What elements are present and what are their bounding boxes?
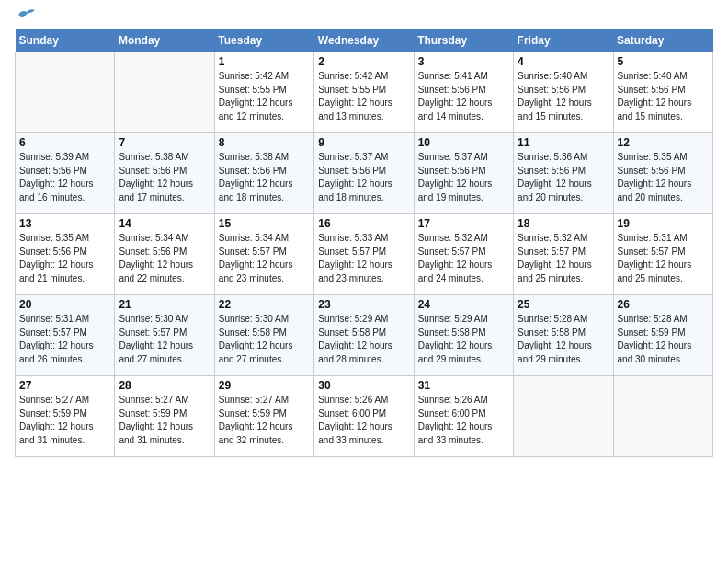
- calendar-cell: [115, 52, 214, 133]
- day-number: 16: [318, 217, 409, 230]
- day-number: 18: [518, 217, 609, 230]
- calendar-cell: 7 Sunrise: 5:38 AMSunset: 5:56 PMDayligh…: [115, 133, 214, 214]
- day-number: 1: [219, 55, 310, 68]
- weekday-header-friday: Friday: [514, 29, 613, 52]
- day-number: 6: [19, 136, 110, 149]
- calendar-cell: 30 Sunrise: 5:26 AMSunset: 6:00 PMDaylig…: [314, 376, 414, 457]
- day-number: 8: [219, 136, 310, 149]
- calendar-cell: 14 Sunrise: 5:34 AMSunset: 5:56 PMDaylig…: [115, 214, 214, 295]
- calendar-cell: 19 Sunrise: 5:31 AMSunset: 5:57 PMDaylig…: [613, 214, 712, 295]
- day-info: Sunrise: 5:38 AMSunset: 5:56 PMDaylight:…: [219, 151, 310, 204]
- calendar-cell: 27 Sunrise: 5:27 AMSunset: 5:59 PMDaylig…: [16, 376, 115, 457]
- day-number: 31: [418, 379, 509, 392]
- day-info: Sunrise: 5:27 AMSunset: 5:59 PMDaylight:…: [19, 394, 110, 447]
- day-number: 4: [518, 55, 609, 68]
- day-number: 12: [618, 136, 709, 149]
- calendar-week-row: 27 Sunrise: 5:27 AMSunset: 5:59 PMDaylig…: [16, 376, 713, 457]
- calendar-week-row: 6 Sunrise: 5:39 AMSunset: 5:56 PMDayligh…: [16, 133, 713, 214]
- day-info: Sunrise: 5:31 AMSunset: 5:57 PMDaylight:…: [19, 313, 110, 366]
- day-info: Sunrise: 5:26 AMSunset: 6:00 PMDaylight:…: [418, 394, 509, 447]
- day-info: Sunrise: 5:37 AMSunset: 5:56 PMDaylight:…: [318, 151, 409, 204]
- day-number: 22: [219, 298, 310, 311]
- logo-bird-icon: [17, 7, 37, 22]
- day-info: Sunrise: 5:27 AMSunset: 5:59 PMDaylight:…: [119, 394, 210, 447]
- weekday-header-monday: Monday: [115, 29, 214, 52]
- day-number: 15: [219, 217, 310, 230]
- day-info: Sunrise: 5:32 AMSunset: 5:57 PMDaylight:…: [518, 232, 609, 285]
- day-info: Sunrise: 5:34 AMSunset: 5:57 PMDaylight:…: [219, 232, 310, 285]
- weekday-header-saturday: Saturday: [613, 29, 712, 52]
- calendar-cell: 4 Sunrise: 5:40 AMSunset: 5:56 PMDayligh…: [514, 52, 613, 133]
- calendar-cell: 20 Sunrise: 5:31 AMSunset: 5:57 PMDaylig…: [16, 295, 115, 376]
- calendar-cell: 11 Sunrise: 5:36 AMSunset: 5:56 PMDaylig…: [514, 133, 613, 214]
- day-info: Sunrise: 5:40 AMSunset: 5:56 PMDaylight:…: [618, 70, 709, 123]
- day-info: Sunrise: 5:40 AMSunset: 5:56 PMDaylight:…: [518, 70, 609, 123]
- day-info: Sunrise: 5:27 AMSunset: 5:59 PMDaylight:…: [219, 394, 310, 447]
- weekday-header-tuesday: Tuesday: [214, 29, 313, 52]
- calendar-cell: [16, 52, 115, 133]
- calendar-cell: [613, 376, 712, 457]
- day-info: Sunrise: 5:41 AMSunset: 5:56 PMDaylight:…: [418, 70, 509, 123]
- day-info: Sunrise: 5:36 AMSunset: 5:56 PMDaylight:…: [518, 151, 609, 204]
- day-number: 21: [119, 298, 210, 311]
- calendar-cell: 3 Sunrise: 5:41 AMSunset: 5:56 PMDayligh…: [414, 52, 513, 133]
- day-info: Sunrise: 5:42 AMSunset: 5:55 PMDaylight:…: [219, 70, 310, 123]
- calendar-cell: 28 Sunrise: 5:27 AMSunset: 5:59 PMDaylig…: [115, 376, 214, 457]
- calendar-cell: 5 Sunrise: 5:40 AMSunset: 5:56 PMDayligh…: [613, 52, 712, 133]
- day-info: Sunrise: 5:35 AMSunset: 5:56 PMDaylight:…: [19, 232, 110, 285]
- calendar-cell: 10 Sunrise: 5:37 AMSunset: 5:56 PMDaylig…: [414, 133, 513, 214]
- day-info: Sunrise: 5:38 AMSunset: 5:56 PMDaylight:…: [119, 151, 210, 204]
- day-number: 7: [119, 136, 210, 149]
- calendar-cell: 15 Sunrise: 5:34 AMSunset: 5:57 PMDaylig…: [214, 214, 313, 295]
- day-number: 2: [318, 55, 409, 68]
- calendar-cell: 6 Sunrise: 5:39 AMSunset: 5:56 PMDayligh…: [16, 133, 115, 214]
- day-info: Sunrise: 5:29 AMSunset: 5:58 PMDaylight:…: [418, 313, 509, 366]
- day-number: 9: [318, 136, 409, 149]
- day-info: Sunrise: 5:32 AMSunset: 5:57 PMDaylight:…: [418, 232, 509, 285]
- calendar-cell: 26 Sunrise: 5:28 AMSunset: 5:59 PMDaylig…: [613, 295, 712, 376]
- calendar-cell: 17 Sunrise: 5:32 AMSunset: 5:57 PMDaylig…: [414, 214, 513, 295]
- calendar-cell: 21 Sunrise: 5:30 AMSunset: 5:57 PMDaylig…: [115, 295, 214, 376]
- day-info: Sunrise: 5:37 AMSunset: 5:56 PMDaylight:…: [418, 151, 509, 204]
- day-number: 23: [318, 298, 409, 311]
- calendar-week-row: 13 Sunrise: 5:35 AMSunset: 5:56 PMDaylig…: [16, 214, 713, 295]
- day-number: 25: [518, 298, 609, 311]
- calendar-cell: 18 Sunrise: 5:32 AMSunset: 5:57 PMDaylig…: [514, 214, 613, 295]
- day-number: 28: [119, 379, 210, 392]
- day-info: Sunrise: 5:28 AMSunset: 5:58 PMDaylight:…: [518, 313, 609, 366]
- calendar-cell: 9 Sunrise: 5:37 AMSunset: 5:56 PMDayligh…: [314, 133, 414, 214]
- day-number: 3: [418, 55, 509, 68]
- day-number: 5: [618, 55, 709, 68]
- calendar-cell: 23 Sunrise: 5:29 AMSunset: 5:58 PMDaylig…: [314, 295, 414, 376]
- day-number: 27: [19, 379, 110, 392]
- day-info: Sunrise: 5:31 AMSunset: 5:57 PMDaylight:…: [618, 232, 709, 285]
- day-number: 29: [219, 379, 310, 392]
- day-number: 10: [418, 136, 509, 149]
- day-number: 30: [318, 379, 409, 392]
- calendar-cell: 8 Sunrise: 5:38 AMSunset: 5:56 PMDayligh…: [214, 133, 313, 214]
- weekday-header-sunday: Sunday: [16, 29, 115, 52]
- day-number: 14: [119, 217, 210, 230]
- calendar-cell: 2 Sunrise: 5:42 AMSunset: 5:55 PMDayligh…: [314, 52, 414, 133]
- calendar-cell: 16 Sunrise: 5:33 AMSunset: 5:57 PMDaylig…: [314, 214, 414, 295]
- day-info: Sunrise: 5:26 AMSunset: 6:00 PMDaylight:…: [318, 394, 409, 447]
- logo: [15, 15, 37, 22]
- weekday-header-wednesday: Wednesday: [314, 29, 414, 52]
- page-header: [15, 15, 713, 22]
- weekday-header-thursday: Thursday: [414, 29, 513, 52]
- calendar-cell: 1 Sunrise: 5:42 AMSunset: 5:55 PMDayligh…: [214, 52, 313, 133]
- day-number: 20: [19, 298, 110, 311]
- day-info: Sunrise: 5:35 AMSunset: 5:56 PMDaylight:…: [618, 151, 709, 204]
- day-number: 11: [518, 136, 609, 149]
- day-number: 13: [19, 217, 110, 230]
- calendar-cell: 29 Sunrise: 5:27 AMSunset: 5:59 PMDaylig…: [214, 376, 313, 457]
- calendar-cell: 13 Sunrise: 5:35 AMSunset: 5:56 PMDaylig…: [16, 214, 115, 295]
- calendar-cell: 12 Sunrise: 5:35 AMSunset: 5:56 PMDaylig…: [613, 133, 712, 214]
- calendar-cell: 22 Sunrise: 5:30 AMSunset: 5:58 PMDaylig…: [214, 295, 313, 376]
- calendar-cell: [514, 376, 613, 457]
- day-info: Sunrise: 5:30 AMSunset: 5:58 PMDaylight:…: [219, 313, 310, 366]
- day-info: Sunrise: 5:39 AMSunset: 5:56 PMDaylight:…: [19, 151, 110, 204]
- day-info: Sunrise: 5:29 AMSunset: 5:58 PMDaylight:…: [318, 313, 409, 366]
- day-info: Sunrise: 5:28 AMSunset: 5:59 PMDaylight:…: [618, 313, 709, 366]
- day-number: 24: [418, 298, 509, 311]
